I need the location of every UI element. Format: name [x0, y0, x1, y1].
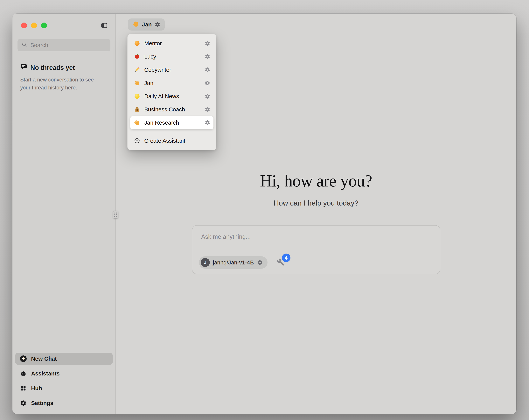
- menu-item-lucy[interactable]: Lucy: [130, 50, 213, 63]
- search-field[interactable]: [17, 39, 110, 51]
- wave-emoji-icon: [133, 120, 141, 126]
- main-panel: Jan Mentor Lucy: [116, 14, 516, 414]
- model-avatar: J: [201, 258, 210, 267]
- moneybag-emoji-icon: [133, 106, 141, 113]
- plus-circle-icon: +: [20, 355, 27, 362]
- search-input[interactable]: [30, 42, 106, 49]
- sidebar-item-settings[interactable]: Settings: [15, 397, 113, 409]
- create-assistant-button[interactable]: Create Assistant: [130, 134, 213, 147]
- model-settings-icon[interactable]: [257, 259, 263, 265]
- gear-icon[interactable]: [205, 107, 210, 112]
- chat-input[interactable]: [201, 231, 431, 243]
- pencil-emoji-icon: [133, 67, 141, 73]
- yellow-circle-emoji-icon: [133, 93, 141, 99]
- close-window-button[interactable]: [21, 23, 27, 28]
- empty-state-title: No threads yet: [30, 64, 75, 71]
- grid-icon: [20, 385, 27, 392]
- model-selector-button[interactable]: J janhq/Jan-v1-4B: [199, 256, 267, 269]
- model-name: janhq/Jan-v1-4B: [213, 259, 254, 266]
- menu-item-jan-research[interactable]: Jan Research: [130, 116, 213, 129]
- greeting-title: Hi, how are you?: [116, 171, 516, 190]
- nav-label: Assistants: [31, 370, 60, 377]
- gear-icon[interactable]: [205, 80, 210, 86]
- gear-icon[interactable]: [205, 54, 210, 59]
- wave-emoji-icon: [133, 80, 141, 86]
- search-icon: [21, 42, 27, 48]
- sidebar: No threads yet Start a new conversation …: [13, 14, 116, 414]
- bot-icon: [20, 370, 27, 377]
- gear-icon: [20, 400, 27, 406]
- threads-empty-state: No threads yet Start a new conversation …: [13, 63, 116, 92]
- sidebar-item-hub[interactable]: Hub: [15, 382, 113, 394]
- orange-circle-emoji-icon: [133, 40, 141, 46]
- circle-plus-icon: [133, 138, 141, 144]
- sidebar-resize-handle[interactable]: [113, 211, 119, 218]
- minimize-window-button[interactable]: [31, 23, 37, 28]
- tools-count-badge: 4: [282, 254, 291, 262]
- gear-icon[interactable]: [205, 120, 210, 126]
- window-controls: [21, 23, 47, 28]
- menu-divider: [132, 132, 212, 132]
- gear-icon[interactable]: [205, 67, 210, 73]
- nav-label: New Chat: [31, 356, 57, 362]
- nav-label: Hub: [31, 385, 42, 392]
- menu-item-jan[interactable]: Jan: [130, 76, 213, 90]
- titlebar: [13, 14, 116, 29]
- chat-composer: J janhq/Jan-v1-4B 4: [192, 225, 440, 274]
- assistant-dropdown-menu: Mentor Lucy Copywriter Jan: [127, 34, 216, 150]
- sidebar-toggle-icon[interactable]: [100, 21, 108, 29]
- apple-emoji-icon: [133, 54, 141, 60]
- desktop-background: No threads yet Start a new conversation …: [0, 0, 529, 420]
- tools-button[interactable]: 4: [277, 258, 285, 267]
- sidebar-item-assistants[interactable]: Assistants: [15, 367, 113, 379]
- gear-icon[interactable]: [205, 93, 210, 99]
- app-window: No threads yet Start a new conversation …: [13, 14, 516, 414]
- menu-item-copywriter[interactable]: Copywriter: [130, 63, 213, 76]
- menu-item-daily-ai-news[interactable]: Daily AI News: [130, 90, 213, 103]
- menu-item-business-coach[interactable]: Business Coach: [130, 103, 213, 116]
- chat-bubble-icon: [20, 63, 27, 72]
- menu-item-mentor[interactable]: Mentor: [130, 37, 213, 50]
- empty-state-description: Start a new conversation to see your thr…: [20, 76, 110, 92]
- greeting-subtitle: How can I help you today?: [116, 199, 516, 207]
- composer-toolbar: J janhq/Jan-v1-4B 4: [199, 256, 285, 269]
- nav-label: Settings: [31, 400, 53, 406]
- new-chat-button[interactable]: + New Chat: [15, 353, 113, 365]
- gear-icon[interactable]: [205, 41, 210, 46]
- sidebar-nav: + New Chat Assistants Hub: [13, 353, 116, 414]
- zoom-window-button[interactable]: [41, 23, 47, 28]
